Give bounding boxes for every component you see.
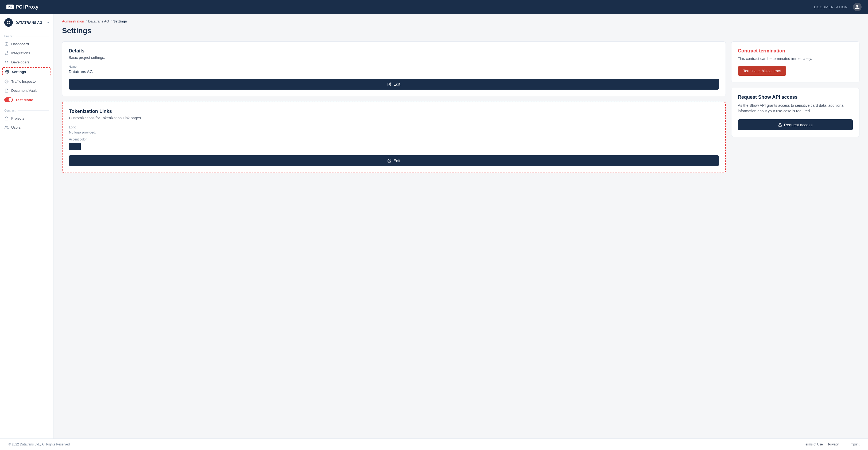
terminate-contract-label: Terminate this contract (743, 69, 781, 73)
sidebar-item-label: Users (11, 125, 21, 130)
details-edit-label: Edit (393, 82, 400, 86)
contract-termination-card: Contract termination This contract can b… (731, 41, 860, 82)
svg-rect-3 (9, 23, 10, 24)
tokenization-card-subtitle: Customizations for Tokenization Link pag… (69, 116, 719, 120)
request-access-button[interactable]: Request access (738, 119, 853, 130)
svg-rect-1 (9, 21, 10, 22)
terminate-contract-button[interactable]: Terminate this contract (738, 66, 786, 76)
details-card-subtitle: Basic project settings. (69, 55, 719, 60)
footer-links: Terms of Use Privacy Imprint (804, 443, 860, 446)
org-selector[interactable]: DATATRANS AG ▾ (0, 14, 53, 30)
footer-imprint-link[interactable]: Imprint (844, 443, 860, 446)
pci-logo-icon: PCI (6, 4, 13, 9)
main-content: Administration / Datatrans AG / Settings… (54, 14, 868, 439)
svg-rect-2 (7, 23, 8, 24)
accent-color-label: Accent color (69, 138, 719, 141)
accent-color-swatch (69, 143, 81, 150)
page-title: Settings (62, 27, 860, 35)
breadcrumb-sep-2: / (111, 19, 112, 23)
breadcrumb: Administration / Datatrans AG / Settings (62, 19, 860, 23)
project-section-label: Project (0, 30, 53, 39)
svg-point-5 (6, 43, 7, 45)
developers-icon (4, 60, 8, 64)
chevron-down-icon: ▾ (47, 21, 49, 24)
svg-rect-0 (7, 21, 8, 22)
sidebar-item-label: Developers (11, 60, 29, 64)
sidebar-item-dashboard[interactable]: Dashboard (0, 39, 53, 49)
logo[interactable]: PCI PCI Proxy (6, 4, 38, 10)
svg-point-6 (6, 71, 7, 72)
org-icon (4, 18, 13, 27)
users-icon (4, 125, 8, 130)
sidebar-item-document-vault[interactable]: Document Vault (0, 86, 53, 95)
logo-label: Logo (69, 125, 719, 129)
sidebar-item-label: Settings (12, 70, 26, 74)
tokenization-card-title: Tokenization Links (69, 109, 719, 114)
details-edit-button[interactable]: Edit (69, 79, 719, 90)
breadcrumb-datatrans[interactable]: Datatrans AG (88, 19, 109, 23)
tokenization-edit-label: Edit (393, 159, 400, 163)
org-name: DATATRANS AG (16, 21, 44, 25)
name-field-value: Datatrans AG (69, 69, 719, 74)
cards-grid: Details Basic project settings. Name Dat… (62, 41, 860, 173)
sidebar-item-users[interactable]: Users (0, 123, 53, 132)
integrations-icon (4, 51, 8, 55)
sidebar-item-integrations[interactable]: Integrations (0, 49, 53, 58)
sidebar: DATATRANS AG ▾ Project Dashboard Integra… (0, 14, 54, 439)
details-card: Details Basic project settings. Name Dat… (62, 41, 726, 96)
footer-copyright: © 2022 Datatrans Ltd., All Rights Reserv… (8, 443, 70, 446)
sidebar-item-label: Integrations (11, 51, 30, 55)
test-mode-toggle[interactable]: Test Mode (0, 95, 53, 105)
svg-point-9 (5, 126, 7, 127)
dashboard-icon (4, 42, 8, 46)
sidebar-item-label: Dashboard (11, 42, 29, 46)
breadcrumb-admin[interactable]: Administration (62, 19, 84, 23)
toggle-switch (4, 97, 13, 102)
footer: © 2022 Datatrans Ltd., All Rights Reserv… (0, 439, 868, 450)
document-vault-icon (4, 88, 8, 92)
no-logo-text: No logo provided. (69, 130, 719, 134)
sidebar-item-traffic-inspector[interactable]: Traffic Inspector (0, 77, 53, 86)
user-avatar[interactable] (853, 3, 862, 11)
footer-terms-link[interactable]: Terms of Use (804, 443, 823, 446)
sidebar-item-projects[interactable]: Projects (0, 114, 53, 123)
request-api-text: As the Show API grants access to sensiti… (738, 103, 853, 114)
contract-section-label: Contract (0, 105, 53, 114)
logo-text: PCI Proxy (16, 4, 38, 10)
tokenization-edit-button[interactable]: Edit (69, 155, 719, 166)
contract-termination-title: Contract termination (738, 48, 853, 54)
svg-rect-10 (778, 125, 781, 126)
details-card-title: Details (69, 48, 719, 54)
svg-marker-8 (6, 81, 7, 82)
request-access-label: Request access (784, 122, 813, 127)
right-column: Contract termination This contract can b… (731, 41, 860, 173)
sidebar-item-label: Projects (11, 116, 24, 120)
breadcrumb-current: Settings (113, 19, 127, 23)
topnav: PCI PCI Proxy DOCUMENTATION (0, 0, 868, 14)
docs-link[interactable]: DOCUMENTATION (814, 5, 848, 9)
sidebar-item-label: Document Vault (11, 89, 37, 92)
contract-termination-text: This contract can be terminated immediat… (738, 56, 853, 61)
projects-icon (4, 116, 8, 120)
topnav-right: DOCUMENTATION (814, 3, 862, 11)
traffic-inspector-icon (4, 79, 8, 83)
request-api-title: Request Show API access (738, 94, 853, 100)
sidebar-item-label: Traffic Inspector (11, 80, 37, 83)
test-mode-label: Test Mode (16, 98, 33, 102)
sidebar-item-settings[interactable]: Settings (2, 67, 51, 76)
breadcrumb-sep-1: / (86, 19, 87, 23)
footer-privacy-link[interactable]: Privacy (828, 443, 839, 446)
request-api-card: Request Show API access As the Show API … (731, 88, 860, 137)
svg-point-7 (5, 80, 8, 83)
left-column: Details Basic project settings. Name Dat… (62, 41, 726, 173)
name-field-label: Name (69, 65, 719, 68)
tokenization-card: Tokenization Links Customizations for To… (62, 102, 726, 173)
settings-icon (5, 69, 9, 74)
sidebar-item-developers[interactable]: Developers (0, 58, 53, 66)
